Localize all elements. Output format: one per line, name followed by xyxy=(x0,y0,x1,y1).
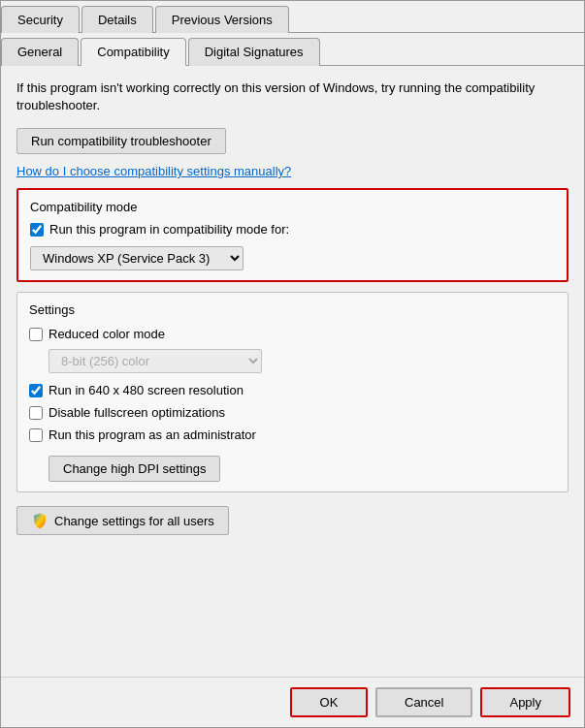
compat-mode-checkbox-row: Run this program in compatibility mode f… xyxy=(30,222,555,237)
run-admin-label: Run this program as an administrator xyxy=(49,427,256,442)
tab-general[interactable]: General xyxy=(1,38,79,66)
run-resolution-row: Run in 640 x 480 screen resolution xyxy=(29,383,556,397)
settings-label: Settings xyxy=(29,302,556,317)
reduced-color-row: Reduced color mode xyxy=(29,327,556,341)
tab-security[interactable]: Security xyxy=(1,6,80,33)
compatibility-mode-box: Compatibility mode Run this program in c… xyxy=(16,188,569,282)
compat-mode-checkbox[interactable] xyxy=(30,223,44,237)
run-resolution-checkbox[interactable] xyxy=(29,384,43,397)
all-users-label: Change settings for all users xyxy=(54,514,214,528)
shield-icon xyxy=(31,512,49,529)
compat-mode-label: Compatibility mode xyxy=(30,200,555,214)
tabs-row-1: Security Details Previous Versions xyxy=(1,1,584,33)
reduced-color-checkbox[interactable] xyxy=(29,328,43,341)
ok-button[interactable]: OK xyxy=(290,687,368,717)
reduced-color-label: Reduced color mode xyxy=(49,327,165,341)
apply-button[interactable]: Apply xyxy=(480,687,570,717)
cancel-button[interactable]: Cancel xyxy=(375,687,472,717)
compat-mode-dropdown[interactable]: Windows XP (Service Pack 3) Windows Vist… xyxy=(30,246,244,270)
disable-fullscreen-label: Disable fullscreen optimizations xyxy=(49,405,225,420)
change-dpi-button[interactable]: Change high DPI settings xyxy=(49,456,220,482)
settings-box: Settings Reduced color mode 8-bit (256) … xyxy=(16,292,569,492)
tab-compatibility[interactable]: Compatibility xyxy=(81,38,185,66)
footer: OK Cancel Apply xyxy=(1,677,584,727)
all-users-button[interactable]: Change settings for all users xyxy=(16,506,229,535)
main-content: If this program isn't working correctly … xyxy=(1,66,584,677)
compat-mode-dropdown-row: Windows XP (Service Pack 3) Windows Vist… xyxy=(30,246,555,270)
tab-digital-signatures[interactable]: Digital Signatures xyxy=(188,38,320,66)
tabs-row-2: General Compatibility Digital Signatures xyxy=(1,33,584,66)
run-resolution-label: Run in 640 x 480 screen resolution xyxy=(49,383,244,397)
color-dropdown[interactable]: 8-bit (256) color xyxy=(49,349,262,373)
dialog: Security Details Previous Versions Gener… xyxy=(0,0,585,728)
tab-details[interactable]: Details xyxy=(81,6,153,33)
compat-mode-checkbox-label: Run this program in compatibility mode f… xyxy=(49,222,289,237)
run-admin-checkbox[interactable] xyxy=(29,428,43,442)
color-dropdown-row: 8-bit (256) color xyxy=(49,349,556,373)
run-admin-row: Run this program as an administrator xyxy=(29,427,556,442)
run-troubleshooter-button[interactable]: Run compatibility troubleshooter xyxy=(16,128,226,154)
tab-previous-versions[interactable]: Previous Versions xyxy=(155,6,289,33)
help-link[interactable]: How do I choose compatibility settings m… xyxy=(16,164,569,178)
disable-fullscreen-row: Disable fullscreen optimizations xyxy=(29,405,556,420)
intro-text: If this program isn't working correctly … xyxy=(16,79,569,114)
disable-fullscreen-checkbox[interactable] xyxy=(29,406,43,420)
